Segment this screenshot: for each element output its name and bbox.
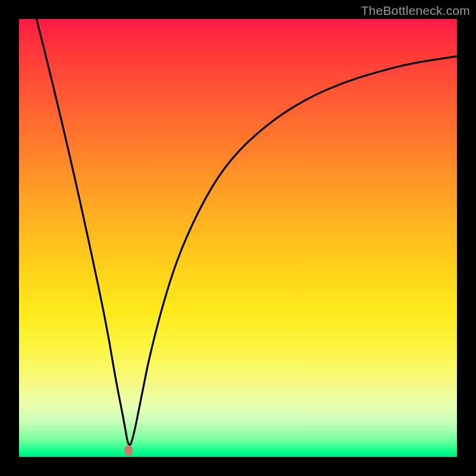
plot-area xyxy=(19,19,457,457)
chart-frame: TheBottleneck.com xyxy=(0,0,476,476)
minimum-marker xyxy=(124,445,133,456)
watermark-text: TheBottleneck.com xyxy=(361,4,470,18)
bottleneck-curve xyxy=(19,19,457,457)
